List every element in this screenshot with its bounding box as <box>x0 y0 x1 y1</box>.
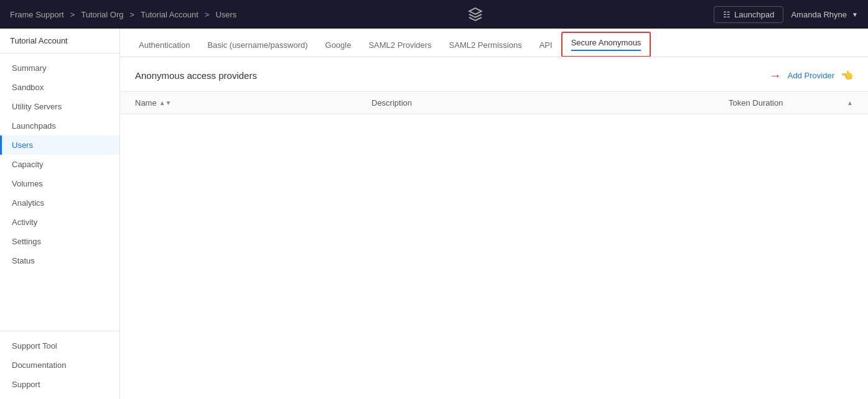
sidebar-item-documentation-label: Documentation <box>12 360 66 370</box>
sidebar-item-volumes[interactable]: Volumes <box>0 174 119 193</box>
user-name: Amanda Rhyne <box>791 10 847 19</box>
sidebar-item-summary[interactable]: Summary <box>0 58 119 78</box>
sidebar-item-support-tool[interactable]: Support Tool <box>0 336 119 355</box>
sidebar-item-settings[interactable]: Settings <box>0 232 119 251</box>
table-col-name-label: Name <box>135 98 157 108</box>
sidebar-item-utility-servers-label: Utility Servers <box>12 102 62 111</box>
tab-active-underline <box>571 50 642 51</box>
sidebar-item-launchpads[interactable]: Launchpads <box>0 116 119 135</box>
launchpad-icon: ☷ <box>723 10 730 19</box>
table-header: Name ▲▼ Description Token Duration ▲ <box>120 92 868 114</box>
content-area: Anonymous access providers → Add Provide… <box>120 57 868 399</box>
user-menu[interactable]: Amanda Rhyne ▼ <box>791 10 858 19</box>
sort-icon: ▲▼ <box>159 99 172 106</box>
tab-google-label: Google <box>325 40 352 50</box>
topbar-center-logo <box>468 7 483 22</box>
tab-api[interactable]: API <box>531 33 561 57</box>
breadcrumb-tutorial-org[interactable]: Tutorial Org <box>81 10 123 19</box>
tab-google[interactable]: Google <box>317 33 360 57</box>
tab-basic-label: Basic (username/password) <box>207 40 307 50</box>
sidebar-item-users-label: Users <box>12 140 33 150</box>
add-provider-link[interactable]: Add Provider <box>788 71 834 80</box>
breadcrumb-sep-2: > <box>129 10 134 19</box>
tab-api-label: API <box>539 40 553 50</box>
breadcrumb: Frame Support > Tutorial Org > Tutorial … <box>10 10 236 19</box>
launchpad-button[interactable]: ☷ Launchpad <box>714 6 783 23</box>
sidebar-item-capacity[interactable]: Capacity <box>0 155 119 174</box>
section-header: Anonymous access providers → Add Provide… <box>120 57 868 92</box>
sidebar-item-settings-label: Settings <box>12 237 41 246</box>
topbar-right: ☷ Launchpad Amanda Rhyne ▼ <box>714 6 858 23</box>
sidebar-bottom: Support Tool Documentation Support <box>0 331 119 399</box>
tab-secure-anonymous-label: Secure Anonymous <box>571 38 642 47</box>
tab-authentication[interactable]: Authentication <box>130 33 198 57</box>
breadcrumb-frame-support[interactable]: Frame Support <box>10 10 64 19</box>
sidebar-item-utility-servers[interactable]: Utility Servers <box>0 97 119 116</box>
sidebar-item-analytics[interactable]: Analytics <box>0 193 119 213</box>
tab-saml2-permissions[interactable]: SAML2 Permissions <box>441 33 531 57</box>
main-content: Authentication Basic (username/password)… <box>120 29 868 399</box>
content-panel: Anonymous access providers → Add Provide… <box>120 57 868 399</box>
table-col-description-label: Description <box>371 98 412 108</box>
add-provider-row: → Add Provider 👈 <box>769 68 853 83</box>
table-col-token-duration-label: Token Duration <box>729 98 783 108</box>
sidebar-account-name: Tutorial Account <box>0 29 119 53</box>
breadcrumb-current: Users <box>215 10 236 19</box>
launchpad-label: Launchpad <box>734 10 774 19</box>
table-body <box>120 114 868 301</box>
sidebar-item-status[interactable]: Status <box>0 251 119 270</box>
tab-basic[interactable]: Basic (username/password) <box>198 33 316 57</box>
app-logo-icon <box>468 7 483 22</box>
sidebar-item-support[interactable]: Support <box>0 375 119 394</box>
sidebar-item-launchpads-label: Launchpads <box>12 121 56 131</box>
table-col-description: Description <box>371 98 729 108</box>
sidebar-item-status-label: Status <box>12 256 35 265</box>
tab-secure-anonymous[interactable]: Secure Anonymous <box>561 32 651 57</box>
tab-saml2-providers-label: SAML2 Providers <box>368 40 431 50</box>
sidebar-item-volumes-label: Volumes <box>12 179 43 188</box>
sidebar-item-capacity-label: Capacity <box>12 160 44 169</box>
tab-bar: Authentication Basic (username/password)… <box>120 29 868 57</box>
sidebar-item-analytics-label: Analytics <box>12 198 44 208</box>
cursor-hand-icon: 👈 <box>841 70 853 81</box>
tab-saml2-permissions-label: SAML2 Permissions <box>449 40 522 50</box>
sidebar-item-summary-label: Summary <box>12 63 47 73</box>
table-col-name[interactable]: Name ▲▼ <box>135 98 371 108</box>
section-title: Anonymous access providers <box>135 70 257 81</box>
table-col-token-duration[interactable]: Token Duration ▲ <box>729 98 853 108</box>
sort-chevron-icon: ▲ <box>847 99 853 106</box>
sidebar-item-activity-label: Activity <box>12 218 37 227</box>
breadcrumb-tutorial-account[interactable]: Tutorial Account <box>141 10 198 19</box>
sidebar: Tutorial Account Summary Sandbox Utility… <box>0 29 120 399</box>
sidebar-nav: Summary Sandbox Utility Servers Launchpa… <box>0 53 119 331</box>
sidebar-item-sandbox[interactable]: Sandbox <box>0 78 119 97</box>
sidebar-item-users[interactable]: Users <box>0 135 119 155</box>
sidebar-item-activity[interactable]: Activity <box>0 213 119 232</box>
breadcrumb-sep-1: > <box>70 10 75 19</box>
sidebar-item-support-label: Support <box>12 380 40 389</box>
arrow-right-icon: → <box>769 68 782 83</box>
breadcrumb-sep-3: > <box>205 10 210 19</box>
sidebar-item-documentation[interactable]: Documentation <box>0 355 119 375</box>
sidebar-item-sandbox-label: Sandbox <box>12 83 44 92</box>
tab-saml2-providers[interactable]: SAML2 Providers <box>360 33 440 57</box>
chevron-down-icon: ▼ <box>852 11 858 18</box>
tab-authentication-label: Authentication <box>139 40 190 50</box>
sidebar-item-support-tool-label: Support Tool <box>12 341 57 351</box>
topbar: Frame Support > Tutorial Org > Tutorial … <box>0 0 868 29</box>
main-layout: Tutorial Account Summary Sandbox Utility… <box>0 29 868 399</box>
